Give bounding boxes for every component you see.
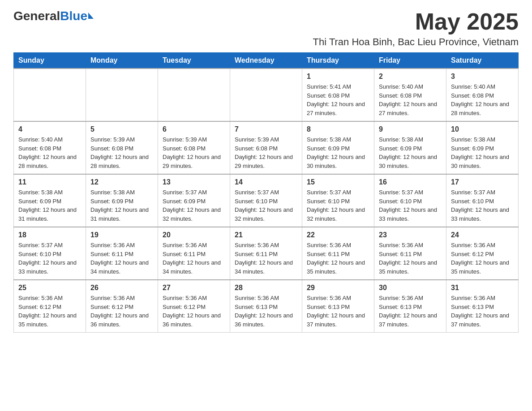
day-number: 8 <box>307 125 369 133</box>
day-info: Sunrise: 5:40 AM Sunset: 6:08 PM Dayligh… <box>379 82 442 117</box>
calendar-cell: 3Sunrise: 5:40 AM Sunset: 6:08 PM Daylig… <box>446 68 519 121</box>
calendar-cell: 1Sunrise: 5:41 AM Sunset: 6:08 PM Daylig… <box>302 68 374 121</box>
week-row-4: 18Sunrise: 5:37 AM Sunset: 6:10 PM Dayli… <box>14 227 519 280</box>
calendar-cell: 9Sunrise: 5:38 AM Sunset: 6:09 PM Daylig… <box>374 121 446 174</box>
week-row-2: 4Sunrise: 5:40 AM Sunset: 6:08 PM Daylig… <box>14 121 519 174</box>
day-info: Sunrise: 5:38 AM Sunset: 6:09 PM Dayligh… <box>307 135 369 170</box>
day-number: 13 <box>163 178 225 186</box>
day-info: Sunrise: 5:37 AM Sunset: 6:10 PM Dayligh… <box>307 188 369 223</box>
day-number: 2 <box>379 73 442 81</box>
day-number: 10 <box>451 125 514 133</box>
day-number: 30 <box>379 284 442 292</box>
day-number: 31 <box>451 284 514 292</box>
day-info: Sunrise: 5:39 AM Sunset: 6:08 PM Dayligh… <box>235 135 297 170</box>
calendar-cell: 14Sunrise: 5:37 AM Sunset: 6:10 PM Dayli… <box>230 174 302 227</box>
day-number: 7 <box>235 125 297 133</box>
week-row-3: 11Sunrise: 5:38 AM Sunset: 6:09 PM Dayli… <box>14 174 519 227</box>
day-number: 23 <box>379 231 442 239</box>
day-number: 11 <box>18 178 81 186</box>
calendar-cell <box>14 68 86 121</box>
day-info: Sunrise: 5:38 AM Sunset: 6:09 PM Dayligh… <box>90 188 153 223</box>
calendar-table: SundayMondayTuesdayWednesdayThursdayFrid… <box>13 52 519 333</box>
day-info: Sunrise: 5:37 AM Sunset: 6:10 PM Dayligh… <box>235 188 297 223</box>
day-number: 25 <box>18 284 81 292</box>
day-number: 17 <box>451 178 514 186</box>
day-info: Sunrise: 5:37 AM Sunset: 6:10 PM Dayligh… <box>18 241 81 276</box>
logo-triangle-icon <box>88 13 94 19</box>
calendar-cell: 12Sunrise: 5:38 AM Sunset: 6:09 PM Dayli… <box>86 174 158 227</box>
day-info: Sunrise: 5:36 AM Sunset: 6:11 PM Dayligh… <box>90 241 153 276</box>
day-number: 3 <box>451 73 514 81</box>
day-number: 29 <box>307 284 369 292</box>
day-info: Sunrise: 5:36 AM Sunset: 6:11 PM Dayligh… <box>163 241 225 276</box>
calendar-cell: 10Sunrise: 5:38 AM Sunset: 6:09 PM Dayli… <box>446 121 519 174</box>
header-monday: Monday <box>86 53 158 69</box>
calendar-cell: 11Sunrise: 5:38 AM Sunset: 6:09 PM Dayli… <box>14 174 86 227</box>
header-wednesday: Wednesday <box>230 53 302 69</box>
day-number: 21 <box>235 231 297 239</box>
day-number: 6 <box>163 125 225 133</box>
calendar-cell: 2Sunrise: 5:40 AM Sunset: 6:08 PM Daylig… <box>374 68 446 121</box>
day-info: Sunrise: 5:36 AM Sunset: 6:12 PM Dayligh… <box>18 294 81 329</box>
day-info: Sunrise: 5:40 AM Sunset: 6:08 PM Dayligh… <box>451 82 514 117</box>
day-number: 18 <box>18 231 81 239</box>
day-info: Sunrise: 5:36 AM Sunset: 6:13 PM Dayligh… <box>307 294 369 329</box>
header-friday: Friday <box>374 53 446 69</box>
day-info: Sunrise: 5:39 AM Sunset: 6:08 PM Dayligh… <box>163 135 225 170</box>
day-number: 16 <box>379 178 442 186</box>
calendar-cell <box>230 68 302 121</box>
day-info: Sunrise: 5:38 AM Sunset: 6:09 PM Dayligh… <box>18 188 81 223</box>
calendar-cell: 25Sunrise: 5:36 AM Sunset: 6:12 PM Dayli… <box>14 280 86 333</box>
calendar-cell: 6Sunrise: 5:39 AM Sunset: 6:08 PM Daylig… <box>158 121 230 174</box>
day-number: 27 <box>163 284 225 292</box>
calendar-cell: 18Sunrise: 5:37 AM Sunset: 6:10 PM Dayli… <box>14 227 86 280</box>
day-info: Sunrise: 5:36 AM Sunset: 6:11 PM Dayligh… <box>235 241 297 276</box>
calendar-cell: 22Sunrise: 5:36 AM Sunset: 6:11 PM Dayli… <box>302 227 374 280</box>
calendar-cell: 31Sunrise: 5:36 AM Sunset: 6:13 PM Dayli… <box>446 280 519 333</box>
calendar-cell <box>86 68 158 121</box>
day-number: 1 <box>307 73 369 81</box>
logo-general-text: General <box>13 9 60 23</box>
title-section: May 2025 Thi Tran Hoa Binh, Bac Lieu Pro… <box>313 9 519 48</box>
day-number: 5 <box>90 125 153 133</box>
day-info: Sunrise: 5:36 AM Sunset: 6:12 PM Dayligh… <box>163 294 225 329</box>
header-thursday: Thursday <box>302 53 374 69</box>
calendar-cell: 8Sunrise: 5:38 AM Sunset: 6:09 PM Daylig… <box>302 121 374 174</box>
day-info: Sunrise: 5:39 AM Sunset: 6:08 PM Dayligh… <box>90 135 153 170</box>
day-info: Sunrise: 5:37 AM Sunset: 6:10 PM Dayligh… <box>451 188 514 223</box>
calendar-cell: 16Sunrise: 5:37 AM Sunset: 6:10 PM Dayli… <box>374 174 446 227</box>
header-sunday: Sunday <box>14 53 86 69</box>
calendar-cell: 15Sunrise: 5:37 AM Sunset: 6:10 PM Dayli… <box>302 174 374 227</box>
header-saturday: Saturday <box>446 53 519 69</box>
location-title: Thi Tran Hoa Binh, Bac Lieu Province, Vi… <box>313 36 519 48</box>
day-info: Sunrise: 5:41 AM Sunset: 6:08 PM Dayligh… <box>307 82 369 117</box>
header-row: SundayMondayTuesdayWednesdayThursdayFrid… <box>14 53 519 69</box>
calendar-cell: 24Sunrise: 5:36 AM Sunset: 6:12 PM Dayli… <box>446 227 519 280</box>
calendar-cell: 28Sunrise: 5:36 AM Sunset: 6:13 PM Dayli… <box>230 280 302 333</box>
day-info: Sunrise: 5:37 AM Sunset: 6:09 PM Dayligh… <box>163 188 225 223</box>
day-number: 28 <box>235 284 297 292</box>
day-number: 22 <box>307 231 369 239</box>
calendar-cell: 13Sunrise: 5:37 AM Sunset: 6:09 PM Dayli… <box>158 174 230 227</box>
day-number: 26 <box>90 284 153 292</box>
month-title: May 2025 <box>313 9 519 34</box>
logo: General Blue <box>13 9 94 23</box>
day-info: Sunrise: 5:36 AM Sunset: 6:11 PM Dayligh… <box>307 241 369 276</box>
calendar-cell <box>158 68 230 121</box>
day-number: 19 <box>90 231 153 239</box>
calendar-cell: 5Sunrise: 5:39 AM Sunset: 6:08 PM Daylig… <box>86 121 158 174</box>
day-number: 4 <box>18 125 81 133</box>
day-number: 24 <box>451 231 514 239</box>
day-number: 9 <box>379 125 442 133</box>
day-info: Sunrise: 5:36 AM Sunset: 6:13 PM Dayligh… <box>235 294 297 329</box>
day-info: Sunrise: 5:36 AM Sunset: 6:12 PM Dayligh… <box>90 294 153 329</box>
header-tuesday: Tuesday <box>158 53 230 69</box>
calendar-cell: 21Sunrise: 5:36 AM Sunset: 6:11 PM Dayli… <box>230 227 302 280</box>
week-row-1: 1Sunrise: 5:41 AM Sunset: 6:08 PM Daylig… <box>14 68 519 121</box>
logo-blue-text: Blue <box>60 9 87 23</box>
calendar-cell: 26Sunrise: 5:36 AM Sunset: 6:12 PM Dayli… <box>86 280 158 333</box>
calendar-cell: 17Sunrise: 5:37 AM Sunset: 6:10 PM Dayli… <box>446 174 519 227</box>
calendar-cell: 29Sunrise: 5:36 AM Sunset: 6:13 PM Dayli… <box>302 280 374 333</box>
day-number: 14 <box>235 178 297 186</box>
day-info: Sunrise: 5:37 AM Sunset: 6:10 PM Dayligh… <box>379 188 442 223</box>
